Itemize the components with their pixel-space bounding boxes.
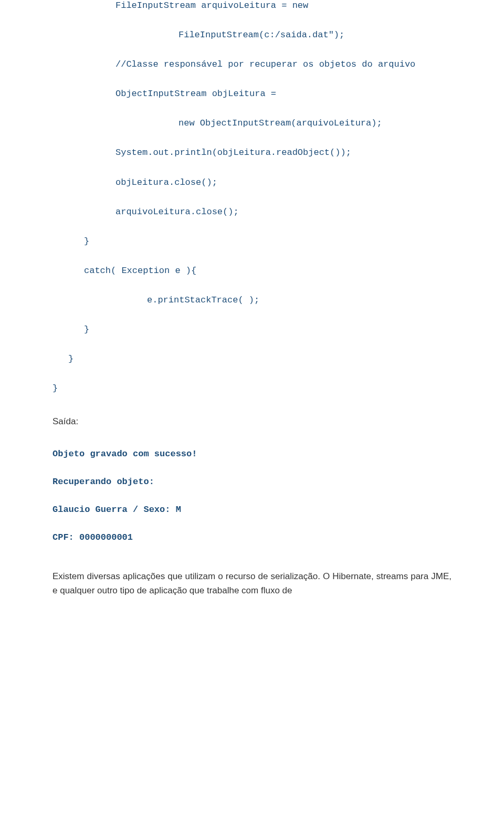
body-paragraph: Existem diversas aplicações que utilizam… — [52, 570, 452, 598]
document-page: FileInputStream arquivoLeitura = new Fil… — [0, 0, 504, 619]
code-line: FileInputStream(c:/saida.dat"); — [52, 29, 452, 41]
output-line: CPF: 0000000001 — [52, 532, 452, 542]
output-line: Glaucio Guerra / Sexo: M — [52, 505, 452, 515]
output-line: Objeto gravado com sucesso! — [52, 449, 452, 459]
code-line: } — [52, 324, 452, 336]
output-line: Recuperando objeto: — [52, 477, 452, 487]
code-line: objLeitura.close(); — [52, 177, 452, 188]
code-block: FileInputStream arquivoLeitura = new — [52, 0, 452, 12]
code-line: FileInputStream arquivoLeitura = new — [52, 0, 452, 12]
code-line: new ObjectInputStream(arquivoLeitura); — [52, 118, 452, 129]
code-line: arquivoLeitura.close(); — [52, 206, 452, 218]
code-line: //Classe responsável por recuperar os ob… — [52, 59, 452, 70]
output-label: Saída: — [52, 416, 452, 427]
code-line: catch( Exception e ){ — [52, 265, 452, 277]
code-line: } — [52, 236, 452, 247]
code-line: ObjectInputStream objLeitura = — [52, 88, 452, 100]
code-line: e.printStackTrace( ); — [52, 295, 452, 306]
code-line: System.out.println(objLeitura.readObject… — [52, 147, 452, 159]
code-line: } — [52, 353, 452, 365]
code-line: } — [52, 383, 452, 394]
